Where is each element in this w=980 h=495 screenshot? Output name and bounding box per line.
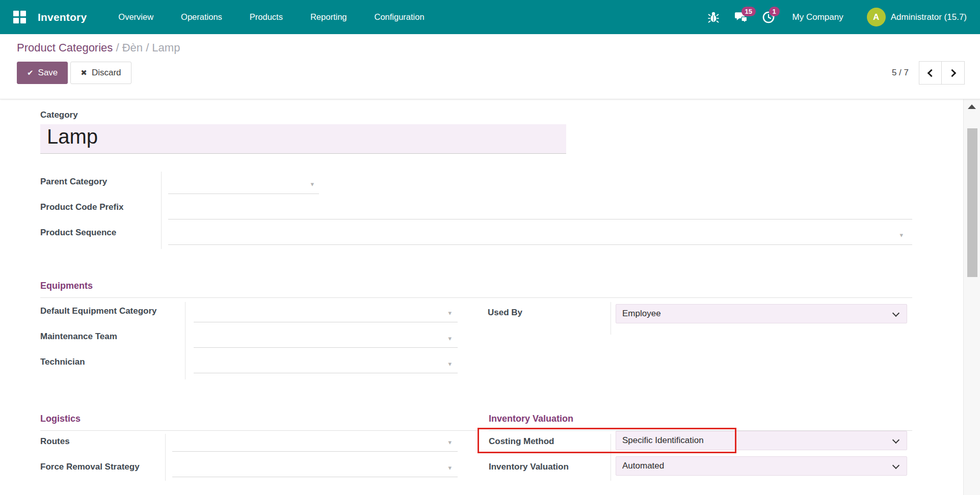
- inventory-valuation-select[interactable]: Automated: [616, 456, 907, 476]
- control-panel: Product Categories / Đèn / Lamp ✔ Save ✖…: [0, 34, 980, 99]
- close-icon: ✖: [81, 68, 87, 77]
- scrollbar-thumb[interactable]: [967, 128, 977, 277]
- activities-clock-icon[interactable]: 1: [762, 11, 775, 24]
- technician-input[interactable]: ▾: [194, 356, 458, 373]
- form-view: Category Lamp Parent Category ▾ Product …: [0, 99, 980, 495]
- messages-badge: 15: [741, 7, 756, 16]
- section-rule: [40, 297, 912, 298]
- parent-category-label: Parent Category: [40, 177, 107, 187]
- chevron-down-icon: [892, 436, 899, 444]
- menu-configuration[interactable]: Configuration: [374, 12, 424, 22]
- costing-method-value: Specific Identification: [622, 435, 704, 446]
- dropdown-caret-icon: ▾: [448, 438, 452, 446]
- default-equipment-category-input[interactable]: ▾: [194, 305, 458, 322]
- category-label: Category: [40, 110, 78, 120]
- routes-input[interactable]: ▾: [172, 435, 458, 452]
- messages-icon[interactable]: 15: [734, 11, 748, 24]
- vertical-scrollbar: [963, 99, 980, 495]
- odoo-inventory-screen: Inventory Overview Operations Products R…: [0, 0, 980, 495]
- dropdown-caret-icon: ▾: [448, 464, 452, 472]
- routes-label: Routes: [40, 436, 70, 447]
- company-switcher[interactable]: My Company: [792, 12, 843, 22]
- breadcrumb-product-categories[interactable]: Product Categories: [17, 41, 113, 54]
- inventory-valuation-label: Inventory Valuation: [489, 462, 569, 472]
- dropdown-caret-icon: ▾: [448, 360, 452, 367]
- dropdown-caret-icon: ▾: [310, 180, 314, 187]
- maintenance-team-input[interactable]: ▾: [194, 331, 458, 348]
- group-separator: [161, 172, 162, 249]
- menu-products[interactable]: Products: [250, 12, 283, 22]
- used-by-select[interactable]: Employee: [616, 304, 907, 323]
- group-separator: [165, 434, 166, 481]
- inventory-valuation-value: Automated: [622, 461, 664, 471]
- product-code-prefix-input[interactable]: [168, 201, 912, 219]
- avatar: A: [867, 8, 886, 26]
- save-button-label: Save: [38, 68, 58, 78]
- force-removal-strategy-label: Force Removal Strategy: [40, 462, 140, 472]
- group-separator: [611, 434, 611, 481]
- record-pager: 5 / 7: [892, 61, 965, 85]
- pager-next-button[interactable]: [942, 61, 965, 85]
- menu-operations[interactable]: Operations: [181, 12, 222, 22]
- main-menu: Overview Operations Products Reporting C…: [118, 12, 424, 22]
- costing-method-label: Costing Method: [489, 436, 554, 447]
- dropdown-caret-icon: ▾: [448, 309, 452, 316]
- used-by-value: Employee: [622, 309, 661, 319]
- costing-method-select[interactable]: Specific Identification: [616, 431, 907, 450]
- activities-badge: 1: [769, 7, 780, 16]
- check-icon: ✔: [27, 68, 34, 77]
- default-equipment-category-label: Default Equipment Category: [40, 306, 157, 316]
- product-code-prefix-label: Product Code Prefix: [40, 202, 123, 212]
- equipments-section-title: Equipments: [40, 281, 93, 291]
- parent-category-input[interactable]: ▾: [168, 176, 319, 194]
- pager-value: 5 / 7: [892, 68, 909, 78]
- technician-label: Technician: [40, 357, 85, 367]
- used-by-label: Used By: [488, 308, 522, 318]
- category-input[interactable]: Lamp: [40, 124, 566, 154]
- user-name: Administrator (15.7): [891, 12, 967, 22]
- section-rule: [40, 430, 479, 431]
- force-removal-strategy-input[interactable]: ▾: [172, 460, 458, 477]
- top-navbar: Inventory Overview Operations Products R…: [0, 0, 980, 34]
- menu-reporting[interactable]: Reporting: [310, 12, 347, 22]
- app-name-menu[interactable]: Inventory: [38, 11, 87, 23]
- chevron-down-icon: [892, 462, 899, 469]
- user-menu[interactable]: A Administrator (15.7): [867, 8, 967, 26]
- inventory-valuation-section-title: Inventory Valuation: [489, 414, 573, 424]
- scroll-up-arrow[interactable]: [968, 104, 976, 109]
- debug-bug-icon[interactable]: [707, 11, 720, 24]
- dropdown-caret-icon: ▾: [899, 231, 903, 238]
- systray: 15 1 My Company A Administrator (15.7): [707, 8, 967, 26]
- chevron-right-icon: [948, 69, 956, 77]
- logistics-section-title: Logistics: [40, 414, 81, 424]
- chevron-left-icon: [928, 69, 936, 77]
- discard-button[interactable]: ✖ Discard: [70, 62, 131, 84]
- menu-overview[interactable]: Overview: [118, 12, 153, 22]
- breadcrumb-current-record: Đèn / Lamp: [122, 41, 180, 54]
- maintenance-team-label: Maintenance Team: [40, 332, 117, 342]
- product-sequence-label: Product Sequence: [40, 228, 116, 238]
- chevron-down-icon: [892, 310, 899, 317]
- group-separator: [611, 302, 611, 335]
- group-separator: [185, 302, 186, 379]
- breadcrumb: Product Categories / Đèn / Lamp: [17, 41, 972, 54]
- breadcrumb-separator: /: [113, 41, 122, 54]
- discard-button-label: Discard: [92, 68, 121, 78]
- apps-grid-icon[interactable]: [13, 11, 27, 24]
- dropdown-caret-icon: ▾: [448, 334, 452, 342]
- product-sequence-input[interactable]: ▾: [168, 227, 912, 245]
- save-button[interactable]: ✔ Save: [17, 62, 68, 84]
- pager-previous-button[interactable]: [919, 61, 942, 85]
